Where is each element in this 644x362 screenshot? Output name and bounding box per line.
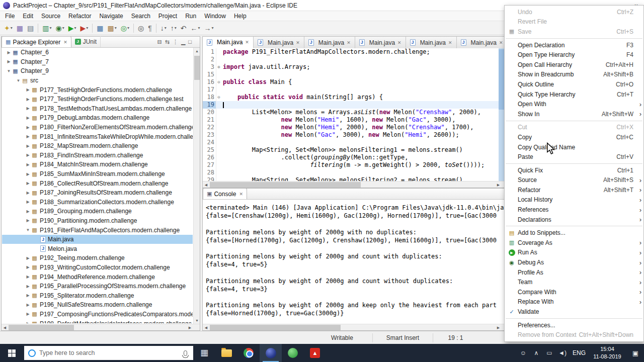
chrome-icon[interactable]	[237, 344, 260, 362]
tab-package-explorer[interactable]: ▦ Package Explorer ✕	[2, 36, 71, 47]
tree-item-p197-composingfunctionspredicatescomparators-modern-challenge[interactable]: ▶▩P197_ComposingFunctionsPredicatesCompa…	[2, 310, 193, 319]
context-menu-item-references[interactable]: References›	[505, 205, 643, 215]
taskbar-clock[interactable]: 15:04 11-08-2019	[589, 345, 625, 360]
back-icon[interactable]: ←▾	[189, 22, 202, 34]
scroll-thumb[interactable]	[210, 182, 361, 188]
context-menu-item-show-in[interactable]: Show InAlt+Shift+W›	[505, 109, 643, 119]
tree-item-p194-methodreference-modern-challenge[interactable]: ▶▩P194_MethodReference.modern.challenge	[2, 272, 193, 282]
editor-tab-main-java[interactable]: JMain.java✕	[304, 37, 355, 48]
new-wizard-icon[interactable]: ✦▾	[3, 22, 14, 34]
expand-arrow-icon[interactable]: ▶	[25, 87, 31, 92]
menubar-item-help[interactable]: Help	[230, 11, 251, 21]
scroll-left-icon[interactable]: ◀	[203, 324, 209, 331]
tree-item-chapter-7[interactable]: ▶▦Chapter_7	[2, 57, 193, 67]
menubar-item-file[interactable]: File	[1, 11, 19, 21]
context-menu-item-add-to-snippets[interactable]: ▤Add to Snippets...	[505, 228, 643, 238]
tree-item-chapter-9[interactable]: ▼▦Chapter_9	[2, 66, 193, 76]
expand-arrow-icon[interactable]: ▶	[6, 59, 12, 64]
tree-item-p190-partitioning-modern-challenge[interactable]: ▶▩P190_Partitioning.modern.challenge	[2, 216, 193, 226]
context-menu-item-open-call-hierarchy[interactable]: Open Call HierarchyCtrl+Alt+H	[505, 60, 643, 70]
expand-arrow-icon[interactable]: ▶	[25, 153, 31, 157]
start-button[interactable]	[0, 344, 23, 362]
package-explorer-hscrollbar[interactable]: ◀ ▶	[2, 324, 200, 330]
tree-item-p193-writingcustomcollector-modern-challenge[interactable]: ▶▩P193_WritingCustomCollector.modern.cha…	[2, 263, 193, 273]
tree-item-p179-debuglambdas-modern-challenge[interactable]: ▶▩P179_DebugLambdas.modern.challenge	[2, 113, 193, 123]
menubar-item-refactor[interactable]: Refactor	[64, 11, 95, 21]
tree-item-src[interactable]: ▼▤src	[2, 76, 193, 85]
context-menu-item-local-history[interactable]: Local History›	[505, 195, 643, 205]
tab-console[interactable]: ▣ Console ✕	[203, 188, 247, 199]
menubar-item-project[interactable]: Project	[154, 11, 181, 21]
new-class-icon[interactable]: ◎▾	[119, 22, 131, 34]
expand-arrow-icon[interactable]: ▶	[25, 125, 31, 130]
action-center-icon[interactable]: ▣	[627, 344, 644, 362]
tree-item-p177-testhighorderfunctions-modern-challenge-test[interactable]: ▶▩P177_TestHighOrderFunctions.modern.cha…	[2, 95, 193, 104]
collapse-arrow-icon[interactable]: ▼	[16, 78, 21, 83]
tab-junit[interactable]: J JUnit	[71, 36, 101, 47]
collapse-arrow-icon[interactable]: ▼	[25, 228, 31, 232]
menubar-item-run[interactable]: Run	[181, 11, 200, 21]
menubar-item-edit[interactable]: Edit	[19, 11, 37, 21]
tree-item-p191-filterflatandmapcollectors-modern-challenge[interactable]: ▼▩P191_FilterFlatAndMapCollectors.modern…	[2, 225, 193, 235]
tree-item-p198-defaultmethodsinsideinterfaces-modern-challenge[interactable]: ▶▩P198_DefaultMethodsInsideInterfaces.mo…	[2, 319, 193, 323]
expand-arrow-icon[interactable]: ▶	[25, 321, 31, 323]
collapse-all-icon[interactable]: ⊟	[157, 39, 162, 45]
context-menu-item-compare-with[interactable]: Compare With›	[505, 287, 643, 297]
editor-tab-main-java[interactable]: JMain.java✕	[254, 37, 304, 48]
tree-item-p192-teeing-modern-challenge[interactable]: ▶▩P192_Teeing.modern.challenge	[2, 253, 193, 263]
context-menu-item-open-with[interactable]: Open With›	[505, 99, 643, 109]
package-explorer-tree[interactable]: ▶▦Chapter_6▶▦Chapter_7▼▦Chapter_9▼▤src▶▩…	[2, 48, 193, 323]
close-tab-icon[interactable]: ✕	[448, 40, 452, 45]
hidden-icons-chevron-icon[interactable]: ∧	[530, 344, 543, 362]
context-menu-item-quick-fix[interactable]: Quick FixCtrl+1	[505, 165, 643, 175]
forward-icon[interactable]: →▾	[203, 22, 215, 34]
next-annotation-icon[interactable]: ↓▾	[159, 22, 168, 34]
tree-item-p182-mapstream-modern-challenge[interactable]: ▶▩P182_MapStream.modern.challenge	[2, 141, 193, 151]
expand-arrow-icon[interactable]: ▶	[25, 312, 31, 316]
context-menu-item-source[interactable]: SourceAlt+Shift+S›	[505, 175, 643, 186]
scroll-left-icon[interactable]: ◀	[203, 182, 209, 188]
volume-icon[interactable]: ◄)	[556, 344, 569, 362]
new-java-project-icon[interactable]: ▦	[95, 22, 105, 34]
editor-scrollbar-thumb[interactable]	[499, 49, 504, 110]
tree-item-p178-testmethodsthatuseslambdas-modern-challenge[interactable]: ▶▩P178_TestMethodsThatUsesLambdas.modern…	[2, 104, 193, 114]
editor-tab-main-java[interactable]: JMain.java✕	[406, 37, 457, 48]
context-menu-item-refactor[interactable]: RefactorAlt+Shift+T›	[505, 185, 643, 195]
close-tab-icon[interactable]: ✕	[397, 40, 401, 45]
acrobat-icon[interactable]: ▲	[304, 344, 326, 362]
tree-item-p184-matchinstream-modern-challenge[interactable]: ▶▩P184_MatchInStream.modern.challenge	[2, 160, 193, 169]
tree-item-chapter-6[interactable]: ▶▦Chapter_6	[2, 48, 193, 57]
expand-arrow-icon[interactable]: ▶	[25, 275, 31, 279]
file-explorer-icon[interactable]	[215, 344, 237, 362]
tree-item-p180-filternonzeroelementsofstream-modern-challenge[interactable]: ▶▩P180_FilterNonZeroElementsOfStream.mod…	[2, 123, 193, 132]
context-menu-item-quick-outline[interactable]: Quick OutlineCtrl+O	[505, 79, 643, 89]
expand-arrow-icon[interactable]: ▶	[25, 200, 31, 204]
taskbar-search[interactable]	[24, 346, 193, 360]
close-tab-icon[interactable]: ✕	[499, 40, 503, 45]
context-menu-item-profile-as[interactable]: Profile As›	[505, 267, 643, 278]
scroll-thumb[interactable]	[9, 325, 74, 330]
expand-arrow-icon[interactable]: ▶	[25, 162, 31, 167]
context-menu-item-remove-from-context[interactable]: Remove from ContextCtrl+Alt+Shift+Down	[505, 330, 643, 340]
expand-arrow-icon[interactable]: ▶	[6, 50, 12, 55]
context-menu-item-revert-file[interactable]: Revert File	[505, 17, 643, 27]
external-tools-icon[interactable]: ▶▾	[79, 22, 90, 34]
expand-arrow-icon[interactable]: ▶	[25, 284, 31, 289]
expand-arrow-icon[interactable]: ▶	[25, 181, 31, 186]
task-view-button[interactable]: ▦	[193, 344, 215, 362]
package-explorer-vscrollbar[interactable]: ▲ ▼	[193, 48, 200, 324]
expand-arrow-icon[interactable]: ▶	[25, 97, 31, 102]
close-tab-icon[interactable]: ✕	[347, 40, 351, 45]
context-menu-item-cut[interactable]: CutCtrl+X	[505, 123, 643, 133]
close-view-icon[interactable]: ✕	[63, 40, 67, 45]
expand-arrow-icon[interactable]: ▶	[25, 172, 31, 176]
search-icon[interactable]: ◎	[136, 22, 145, 34]
tree-item-p183-findinstream-modern-challenge[interactable]: ▶▩P183_FindInStream.modern.challenge	[2, 151, 193, 160]
tree-item-p186-collectresultofstream-modern-challenge[interactable]: ▶▩P186_CollectResultOfStream.modern.chal…	[2, 178, 193, 188]
tree-item-p188-summarizationcollectors-modern-challenge[interactable]: ▶▩P188_SummarizationCollectors.modern.ch…	[2, 198, 193, 207]
context-menu-item-undo[interactable]: UndoCtrl+Z	[505, 7, 643, 17]
debug-icon[interactable]: ◉▾	[54, 22, 65, 34]
editor-tab-main-java[interactable]: JMain.java✕	[203, 37, 254, 48]
menubar-item-window[interactable]: Window	[200, 11, 230, 21]
scroll-down-icon[interactable]: ▼	[194, 317, 200, 324]
